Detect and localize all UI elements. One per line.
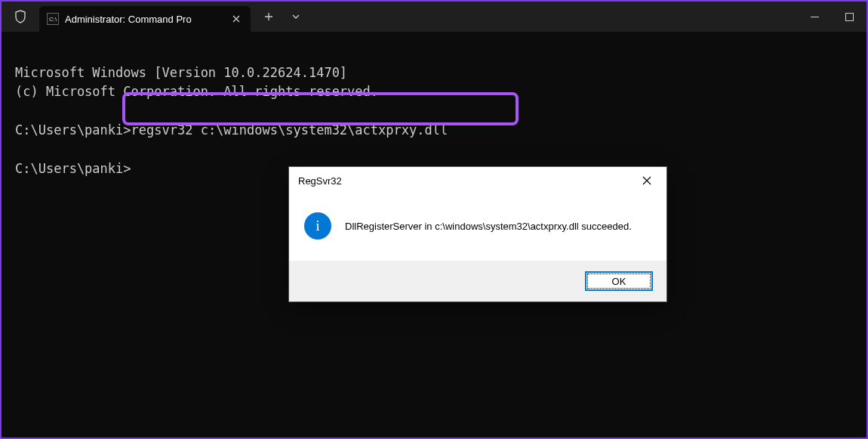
terminal-prompt: C:\Users\panki> [15, 122, 131, 138]
terminal-tab[interactable]: C:\ Administrator: Command Pro [39, 6, 251, 32]
terminal-prompt: C:\Users\panki> [15, 161, 131, 176]
dialog-footer: OK [289, 261, 666, 301]
regsvr32-dialog: RegSvr32 i DllRegisterServer in c:\windo… [288, 166, 667, 302]
minimize-button[interactable] [797, 2, 832, 32]
terminal-line: (c) Microsoft Corporation. All rights re… [15, 84, 378, 99]
maximize-button[interactable] [832, 2, 866, 32]
terminal-line: Microsoft Windows [Version 10.0.22624.14… [15, 65, 347, 80]
terminal-command: regsvr32 c:\windows\system32\actxprxy.dl… [131, 122, 448, 138]
new-tab-button[interactable] [255, 4, 282, 29]
window-controls [797, 2, 866, 32]
cmd-icon: C:\ [47, 13, 59, 25]
dialog-title: RegSvr32 [298, 175, 342, 187]
dialog-message: DllRegisterServer in c:\windows\system32… [345, 221, 632, 232]
tab-dropdown-button[interactable] [282, 4, 309, 29]
tab-actions [255, 4, 309, 29]
svg-rect-0 [811, 17, 819, 17]
dialog-titlebar[interactable]: RegSvr32 [289, 167, 666, 194]
tab-title: Administrator: Command Pro [65, 14, 223, 25]
info-icon: i [304, 212, 331, 240]
shield-icon [2, 2, 39, 32]
close-tab-button[interactable] [229, 12, 243, 26]
ok-button[interactable]: OK [585, 271, 653, 291]
svg-rect-1 [845, 13, 853, 20]
dialog-body: i DllRegisterServer in c:\windows\system… [289, 194, 666, 261]
dialog-close-button[interactable] [636, 170, 657, 191]
window-titlebar: C:\ Administrator: Command Pro [2, 2, 866, 32]
